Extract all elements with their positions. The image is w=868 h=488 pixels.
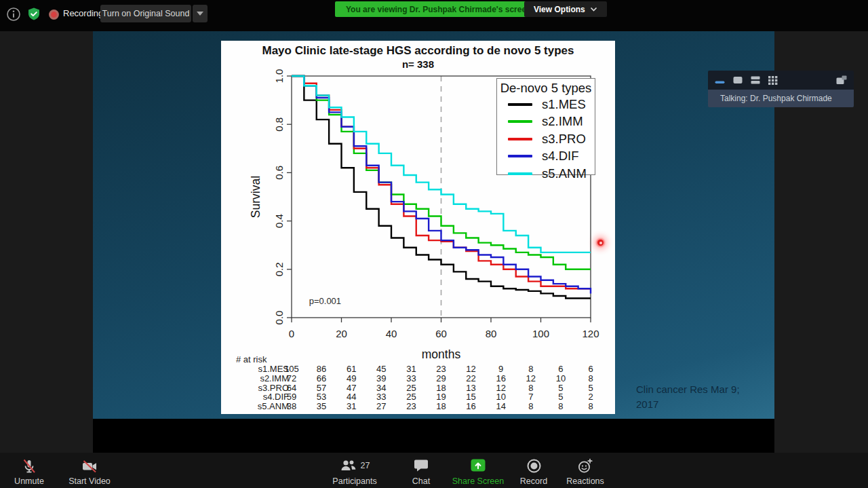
svg-text:40: 40 [386,328,397,339]
record-icon [526,458,542,474]
legend-label: s4.DIF [542,149,578,164]
risk-value: 8 [516,383,546,393]
meeting-top-bar: Recording Turn on Original Sound You are… [0,0,868,31]
speaker-view-icon[interactable] [733,76,743,84]
legend-entries: s1.MESs2.IMMs3.PROs4.DIFs5.ANM [497,96,595,183]
recording-label: Recording [63,8,103,18]
risk-value: 66 [307,373,336,383]
risk-value: 29 [427,373,456,383]
risk-value: 23 [396,401,426,411]
risk-value: 10 [486,392,516,402]
risk-value: 33 [396,373,426,383]
risk-value: 57 [307,383,336,393]
svg-text:80: 80 [486,328,497,339]
svg-text:100: 100 [532,328,549,339]
zoom-meeting-window: Recording Turn on Original Sound You are… [0,0,868,488]
risk-value: 6 [576,364,606,374]
legend-swatch-s3.PRO [508,138,532,140]
participants-count: 27 [361,461,370,470]
record-label: Record [520,476,547,486]
risk-value: 6 [546,364,576,374]
original-sound-button[interactable]: Turn on Original Sound [100,5,191,22]
risk-value: 23 [427,364,456,374]
legend-label: s5.ANM [542,166,587,181]
risk-value: 16 [486,373,516,383]
share-screen-label: Share Screen [452,476,504,486]
svg-text:0: 0 [289,328,294,339]
legend-entry: s1.MES [497,96,595,113]
view-options-label: View Options [534,5,585,14]
svg-text:120: 120 [582,328,599,339]
risk-value: 2 [576,392,606,402]
risk-value: 33 [366,392,396,402]
mic-muted-icon [21,458,37,474]
risk-value: 38 [277,401,307,411]
risk-value: 27 [366,401,396,411]
chat-button[interactable]: Chat [397,455,445,486]
dropdown-arrow-icon [197,12,203,16]
risk-value: 39 [366,373,396,383]
risk-value: 25 [396,383,426,393]
number-at-risk-table: # at risk s1.MES1058661453123129866s2.IM… [221,354,615,414]
svg-text:60: 60 [435,328,447,339]
citation-line-2: 2017 [636,397,758,412]
risk-value: 49 [336,373,366,383]
svg-text:0.4: 0.4 [273,214,285,228]
risk-value: 59 [277,392,307,402]
view-options-button[interactable]: View Options [524,1,607,17]
meeting-info-icon[interactable] [5,6,22,25]
chat-label: Chat [412,476,430,486]
risk-value: 47 [336,383,366,393]
original-sound-dropdown-button[interactable] [193,5,208,22]
risk-value: 14 [486,401,516,411]
video-off-icon [81,458,98,474]
stacked-view-icon[interactable] [751,76,760,84]
participants-label: Participants [332,476,376,486]
risk-value: 8 [576,401,606,411]
risk-value: 35 [307,401,336,411]
layout-options-icon[interactable] [836,75,847,85]
chevron-down-icon [590,7,597,12]
slide-bottom-letterbox [93,419,774,453]
risk-value: 15 [456,392,486,402]
share-screen-button[interactable]: Share Screen [448,455,509,486]
risk-value: 12 [486,383,516,393]
svg-text:p=0.001: p=0.001 [309,296,341,306]
share-screen-icon [469,458,488,474]
record-button[interactable]: Record [510,455,557,486]
encryption-shield-icon[interactable] [26,6,42,25]
view-control-panel: Talking: Dr. Pushpak Chirmade [708,71,854,107]
risk-value: 8 [516,401,546,411]
risk-value: 18 [427,401,456,411]
risk-value: 31 [396,364,426,374]
risk-value: 10 [546,373,576,383]
risk-value: 19 [427,392,456,402]
chart-legend: De-novo 5 types s1.MESs2.IMMs3.PROs4.DIF… [496,78,595,175]
meeting-toolbar: Unmute Start Video 27 Participa [0,453,868,488]
unmute-button[interactable]: Unmute [7,455,52,486]
participants-button[interactable]: 27 Participants [324,455,385,486]
risk-value: 25 [396,392,426,402]
legend-label: s3.PRO [542,132,586,147]
risk-value: 8 [516,364,546,374]
minimize-icon[interactable] [715,75,725,85]
reactions-label: Reactions [566,476,604,486]
risk-value: 86 [307,364,336,374]
start-video-button[interactable]: Start Video [64,455,115,486]
risk-value: 16 [456,401,486,411]
risk-value: 22 [456,373,486,383]
laser-pointer-dot [597,240,604,246]
reactions-button[interactable]: Reactions [559,455,612,486]
unmute-label: Unmute [14,476,44,486]
risk-value: 72 [277,373,307,383]
svg-text:0.8: 0.8 [273,117,285,132]
risk-value: 12 [456,364,486,374]
gallery-view-icon[interactable] [768,76,778,85]
svg-text:20: 20 [336,328,347,339]
risk-value: 31 [336,401,366,411]
legend-swatch-s2.IMM [508,120,532,123]
risk-value: 61 [336,364,366,374]
risk-value: 105 [277,364,307,374]
svg-text:1.0: 1.0 [273,69,285,83]
recording-indicator-icon [48,9,60,23]
